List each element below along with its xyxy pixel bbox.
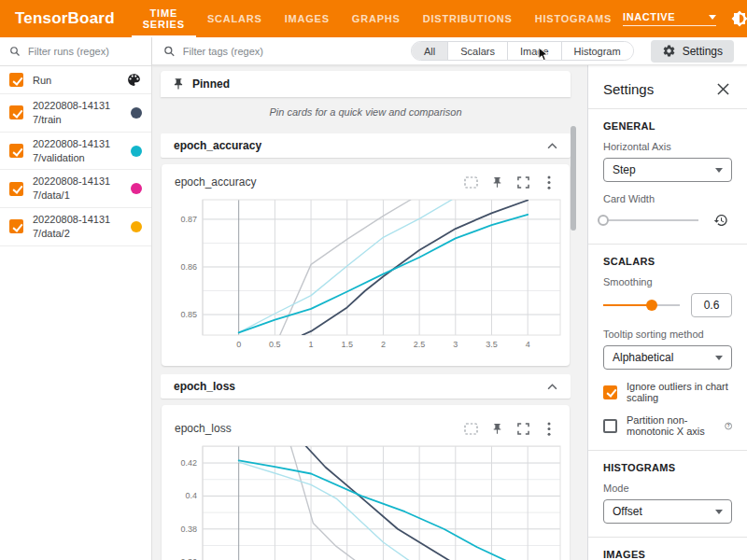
pin-icon <box>491 176 503 189</box>
histogram-mode-select[interactable]: Offset <box>603 499 732 524</box>
header-actions: INACTIVE ? <box>623 0 747 37</box>
run-checkbox[interactable] <box>9 105 23 119</box>
partition-x-axis-checkbox[interactable] <box>603 419 617 433</box>
settings-general-section: GENERAL Horizontal Axis Step Card Width <box>588 109 747 245</box>
chevron-down-icon <box>709 15 716 20</box>
reset-icon <box>713 213 728 228</box>
section-epoch-loss[interactable]: epoch_loss <box>161 374 571 399</box>
settings-button-label: Settings <box>683 45 723 58</box>
smoothing-slider[interactable] <box>603 299 680 312</box>
run-row-validation[interactable]: 20220808-141317/validation <box>0 133 151 171</box>
reload-status-dropdown[interactable]: INACTIVE <box>623 11 716 26</box>
tab-graphs[interactable]: GRAPHS <box>341 0 412 37</box>
run-color-dot <box>131 146 142 157</box>
svg-text:0.87: 0.87 <box>180 215 197 224</box>
run-checkbox[interactable] <box>9 144 23 158</box>
chevron-down-icon <box>715 356 723 360</box>
tab-time-series[interactable]: TIME SERIES <box>132 0 196 37</box>
tab-distributions[interactable]: DISTRIBUTIONS <box>412 0 524 37</box>
chip-scalars[interactable]: Scalars <box>448 42 508 60</box>
run-color-dot <box>131 221 142 232</box>
run-checkbox[interactable] <box>9 182 23 196</box>
chip-image[interactable]: Image <box>508 42 562 60</box>
tab-scalars[interactable]: SCALARS <box>196 0 274 37</box>
card-menu-button[interactable] <box>538 418 560 439</box>
chevron-down-icon <box>715 510 723 514</box>
pin-card-button[interactable] <box>486 418 508 439</box>
svg-text:0.4: 0.4 <box>185 491 197 500</box>
tooltip-sort-select[interactable]: Alphabetical <box>603 345 732 370</box>
runs-sidebar: Run 20220808-141317/train 20220808-14131… <box>0 37 152 560</box>
run-row-train[interactable]: 20220808-141317/train <box>0 94 151 133</box>
dashed-box-icon <box>464 423 478 435</box>
section-title: epoch_loss <box>174 380 235 393</box>
fullscreen-icon <box>517 176 529 189</box>
slider-thumb[interactable] <box>646 300 657 311</box>
svg-text:0.86: 0.86 <box>180 262 197 272</box>
epoch-loss-chart[interactable]: 0.360.380.40.4200.511.522.533.54 <box>169 442 566 560</box>
epoch-loss-card: epoch_loss <box>162 405 570 560</box>
gear-icon <box>662 44 676 58</box>
settings-button[interactable]: Settings <box>651 40 734 63</box>
pin-card-button[interactable] <box>486 172 508 192</box>
run-color-palette-button[interactable] <box>126 72 142 88</box>
close-settings-button[interactable] <box>712 78 734 99</box>
svg-text:1.5: 1.5 <box>341 340 353 349</box>
ignore-outliers-label: Ignore outliers in chart scaling <box>627 381 732 403</box>
ignore-outliers-row[interactable]: Ignore outliers in chart scaling <box>603 381 732 403</box>
fullscreen-button[interactable] <box>512 172 534 192</box>
card-width-slider[interactable] <box>603 214 698 227</box>
svg-text:0.42: 0.42 <box>180 458 197 468</box>
settings-images-section: IMAGES Brightness Cont <box>588 538 747 560</box>
epoch-accuracy-chart[interactable]: 0.850.860.8700.511.522.533.54 <box>169 196 566 357</box>
brightness-icon <box>731 10 747 27</box>
pinned-title: Pinned <box>192 77 230 91</box>
card-title: epoch_accuracy <box>175 175 256 189</box>
run-checkbox[interactable] <box>9 219 23 233</box>
smoothing-value-input[interactable]: 0.6 <box>691 293 732 317</box>
theme-toggle-button[interactable] <box>729 8 747 29</box>
tag-type-chips: All Scalars Image Histogram <box>411 41 634 61</box>
slider-thumb[interactable] <box>598 215 609 226</box>
app-header: TensorBoard TIME SERIES SCALARS IMAGES G… <box>0 0 747 37</box>
run-name: 20220808-141317/train <box>33 99 119 127</box>
data-table-toggle-button[interactable] <box>459 172 482 192</box>
images-heading: IMAGES <box>603 549 732 560</box>
chevron-up-icon <box>547 143 557 149</box>
chip-histogram[interactable]: Histogram <box>562 42 633 60</box>
scalars-heading: SCALARS <box>603 256 732 267</box>
select-all-runs-checkbox[interactable] <box>9 73 23 87</box>
runs-filter <box>0 37 151 66</box>
card-width-reset-button[interactable] <box>710 210 732 231</box>
fullscreen-button[interactable] <box>512 418 534 439</box>
run-row-data1[interactable]: 20220808-141317/data/1 <box>0 170 151 208</box>
tags-filter <box>163 45 394 58</box>
chip-all[interactable]: All <box>412 42 448 60</box>
close-icon <box>717 83 729 95</box>
data-table-toggle-button[interactable] <box>459 418 482 439</box>
tab-images[interactable]: IMAGES <box>274 0 341 37</box>
section-epoch-accuracy[interactable]: epoch_accuracy <box>161 133 571 158</box>
vertical-scrollbar[interactable] <box>571 126 576 231</box>
card-menu-button[interactable] <box>538 172 560 192</box>
search-icon <box>163 45 176 58</box>
settings-panel-title: Settings <box>603 81 654 97</box>
horizontal-axis-select[interactable]: Step <box>603 158 732 182</box>
tag-filter-bar: All Scalars Image Histogram Settings <box>152 37 747 65</box>
partition-x-axis-row[interactable]: Partition non-monotonic X axis ? <box>603 414 732 437</box>
ignore-outliers-checkbox[interactable] <box>603 385 617 399</box>
tab-histograms[interactable]: HISTOGRAMS <box>524 0 623 37</box>
palette-icon <box>126 72 142 88</box>
main-nav: TIME SERIES SCALARS IMAGES GRAPHS DISTRI… <box>132 0 623 37</box>
run-name: 20220808-141317/validation <box>33 137 119 165</box>
histogram-mode-label: Mode <box>603 483 732 494</box>
kebab-menu-icon <box>547 422 551 436</box>
partition-x-axis-label: Partition non-monotonic X axis <box>627 414 715 437</box>
epoch-accuracy-card: epoch_accuracy <box>162 164 570 366</box>
pinned-empty-message: Pin cards for a quick view and compariso… <box>161 97 571 127</box>
run-row-data2[interactable]: 20220808-141317/data/2 <box>0 208 151 246</box>
tags-filter-input[interactable] <box>183 46 394 57</box>
run-name: 20220808-141317/data/2 <box>33 213 119 241</box>
tooltip-sort-value: Alphabetical <box>613 351 673 364</box>
runs-filter-input[interactable] <box>28 46 142 57</box>
